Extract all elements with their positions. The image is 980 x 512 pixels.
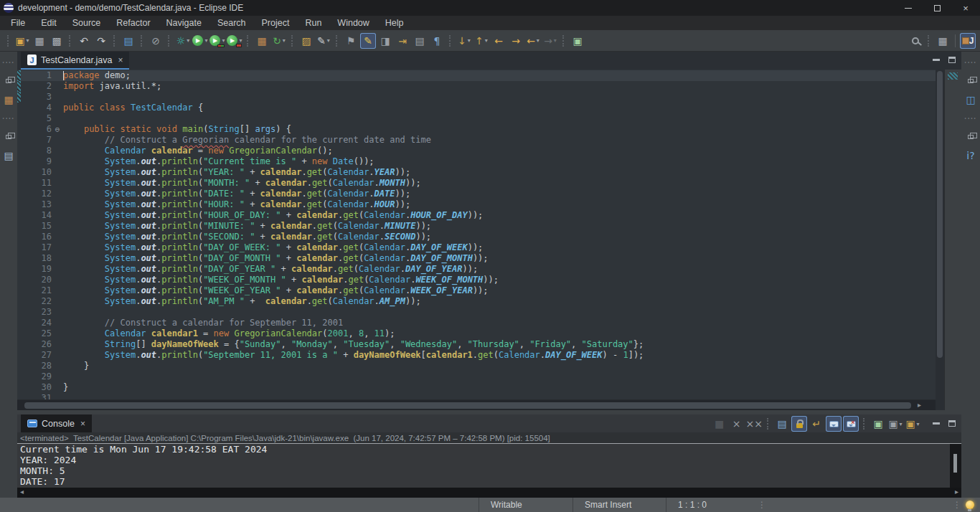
line-number[interactable]: 17 (17, 242, 52, 253)
remove-all-launches-button[interactable]: ×× (746, 416, 763, 432)
help-info-button[interactable]: i? (961, 148, 980, 163)
line-number[interactable]: 13 (17, 199, 52, 210)
clear-console-button[interactable]: ▤ (774, 416, 790, 432)
line-number[interactable]: 18 (17, 253, 52, 264)
menu-project[interactable]: Project (254, 16, 298, 29)
restore-view-button-3[interactable] (961, 73, 980, 89)
menu-help[interactable]: Help (377, 16, 412, 29)
line-number[interactable]: 14 (17, 210, 52, 221)
scroll-left-icon[interactable]: ◂ (20, 488, 24, 496)
close-tab-icon[interactable]: × (118, 55, 123, 65)
console-output[interactable]: Current time is Mon Jun 17 19:42:58 EAT … (17, 444, 961, 488)
right-drag-handle[interactable]: ···· (961, 54, 980, 70)
line-number[interactable]: 1 (17, 70, 52, 81)
line-number[interactable]: 21 (17, 285, 52, 296)
menu-refactor[interactable]: Refactor (108, 16, 158, 29)
maximize-editor-button[interactable] (948, 57, 956, 63)
open-console-button[interactable]: ▤ (121, 33, 136, 49)
line-number[interactable]: 19 (17, 264, 52, 275)
show-stdout-button[interactable] (826, 416, 842, 432)
editor-horizontal-scrollbar[interactable]: ▸ (17, 399, 936, 410)
new-wizard-button[interactable]: ▣▾ (14, 33, 30, 49)
restore-view-button-2[interactable] (0, 129, 17, 145)
profile-button[interactable]: ▶▾ (227, 33, 242, 49)
line-number[interactable]: 30 (17, 382, 52, 393)
toolbar-grip[interactable] (291, 35, 294, 47)
right-drag-handle-2[interactable]: ···· (961, 110, 980, 126)
task-list-button[interactable]: ◫ (961, 92, 980, 108)
menu-source[interactable]: Source (65, 16, 109, 29)
line-number[interactable]: 27 (17, 350, 52, 361)
menu-run[interactable]: Run (297, 16, 329, 29)
scroll-right-icon[interactable]: ▸ (918, 401, 921, 409)
outline-doc-button[interactable]: ▤ (0, 148, 17, 163)
save-all-button[interactable]: ▩ (49, 33, 65, 49)
statusbar-grip[interactable]: ⋮ (753, 500, 771, 510)
last-edit-location-button[interactable]: ← (491, 33, 507, 49)
search-button[interactable] (908, 33, 923, 49)
show-source-button[interactable]: ▤ (412, 33, 428, 49)
open-console-dropdown-button[interactable]: ▣▾ (905, 416, 920, 432)
show-stderr-button[interactable] (843, 416, 859, 432)
remove-launch-button[interactable]: × (729, 416, 745, 432)
tab-console[interactable]: Console × (21, 414, 92, 432)
pin-console-button[interactable]: ▣ (870, 416, 886, 432)
toolbar-grip[interactable] (863, 418, 866, 430)
menu-window[interactable]: Window (329, 16, 377, 29)
restore-view-button[interactable] (0, 73, 17, 89)
maximize-console-button[interactable] (948, 420, 956, 427)
line-number[interactable]: 29 (17, 371, 52, 382)
close-window-button[interactable]: × (951, 0, 980, 16)
left-drag-handle[interactable]: ···· (0, 54, 17, 70)
line-number[interactable]: 31 (17, 393, 52, 399)
console-horizontal-scrollbar[interactable]: ◂ ▸ (17, 488, 961, 498)
maximize-window-button[interactable] (923, 0, 951, 16)
task-flag-button[interactable]: ⚑ (343, 33, 359, 49)
line-number[interactable]: 11 (17, 178, 52, 189)
scroll-right-icon[interactable]: ▸ (955, 488, 958, 496)
toolbar-grip[interactable] (449, 35, 452, 47)
statusbar-grip[interactable]: ⋮ (948, 500, 966, 510)
toolbar-grip[interactable] (69, 35, 72, 47)
next-annotation-button[interactable]: ↓▾ (456, 33, 472, 49)
menu-navigate[interactable]: Navigate (159, 16, 209, 29)
toolbar-grip[interactable] (928, 35, 930, 47)
line-number[interactable]: 16 (17, 232, 52, 242)
line-number[interactable]: 3 (17, 92, 52, 103)
close-console-tab-icon[interactable]: × (80, 419, 85, 429)
scrollbar-thumb[interactable] (24, 402, 911, 409)
line-number[interactable]: 23 (17, 307, 52, 318)
line-number[interactable]: 28 (17, 361, 52, 371)
open-element-button[interactable]: ▨ (298, 33, 314, 49)
package-explorer-button[interactable]: ▦ (0, 92, 17, 108)
java-perspective-button[interactable]: J (960, 33, 976, 49)
pin-editor-button[interactable]: ▣ (570, 33, 585, 49)
next-edit-location-button[interactable]: → (508, 33, 524, 49)
run-button[interactable]: ▶▾ (192, 33, 208, 49)
show-whitespace-button[interactable]: ¶ (429, 33, 445, 49)
line-number[interactable]: 5 (17, 113, 52, 124)
line-number[interactable]: 4 (17, 103, 52, 113)
toolbar-grip[interactable] (7, 35, 10, 47)
mark-occurrences-button[interactable]: ✎ (360, 33, 376, 49)
display-console-button[interactable]: ▣▾ (887, 416, 903, 432)
minimize-window-button[interactable] (894, 0, 923, 16)
redo-button[interactable]: ↷ (93, 33, 109, 49)
undo-button[interactable]: ↶ (76, 33, 92, 49)
skip-breakpoints-button[interactable]: ⊘ (148, 33, 164, 49)
toolbar-grip[interactable] (247, 35, 250, 47)
toolbar-grip[interactable] (562, 35, 565, 47)
previous-annotation-button[interactable]: ↑▾ (473, 33, 489, 49)
show-selected-element-button[interactable]: ⇥ (395, 33, 410, 49)
line-number[interactable]: 26 (17, 339, 52, 350)
minimize-editor-button[interactable] (933, 59, 940, 61)
left-drag-handle-2[interactable]: ···· (0, 110, 17, 126)
coverage-button[interactable]: ▶▾ (209, 33, 225, 49)
restore-view-button-4[interactable] (961, 129, 980, 145)
line-number[interactable]: 12 (17, 189, 52, 199)
fold-marker-icon[interactable]: ⊖ (52, 124, 63, 135)
minimize-console-button[interactable] (933, 422, 940, 425)
save-button[interactable]: ▦ (32, 33, 47, 49)
scrollbar-thumb[interactable] (937, 71, 943, 358)
scrollbar-thumb[interactable] (953, 454, 957, 473)
